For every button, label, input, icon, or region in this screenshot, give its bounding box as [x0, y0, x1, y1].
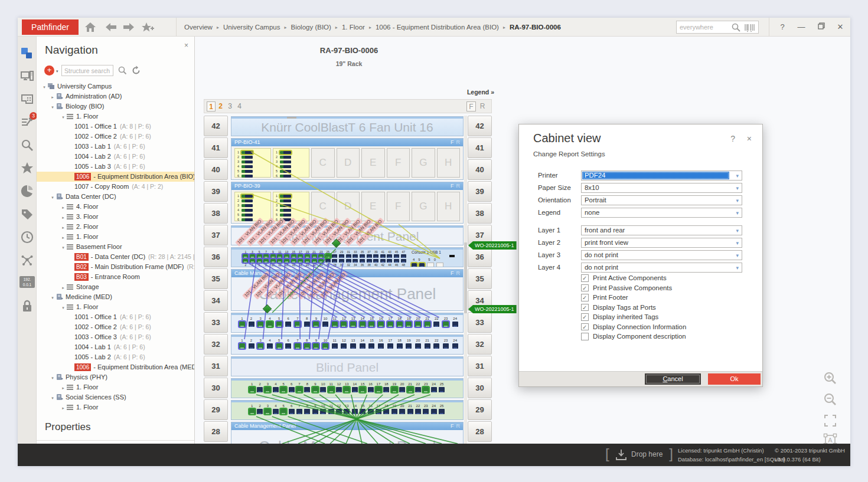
rack-panel-gpanel-u29[interactable]: 1234567891011121314151617181920212223242…	[231, 400, 464, 420]
switch-port-19[interactable]	[305, 254, 310, 258]
patch-port-24[interactable]	[431, 387, 437, 392]
patch-port-15[interactable]	[368, 343, 374, 349]
breadcrumb-item[interactable]: Biology (BIO)	[291, 24, 331, 31]
switch-port-21[interactable]	[312, 254, 317, 258]
patch-port-5[interactable]	[280, 387, 286, 392]
sidebar-item-tags[interactable]	[20, 207, 34, 221]
patch-port-12[interactable]	[336, 409, 342, 414]
add-node-caret-icon[interactable]: ▾	[56, 69, 58, 74]
breadcrumb-item[interactable]: University Campus	[223, 24, 280, 31]
select-legend[interactable]: none▾	[581, 208, 742, 218]
sidebar-item-history[interactable]	[20, 230, 34, 244]
module-port[interactable]	[280, 214, 291, 217]
module-port[interactable]	[280, 156, 291, 159]
rack-panel-gpanel-u30[interactable]: 1234567891011121314151617181920212223242…	[231, 378, 464, 398]
switch-port-20[interactable]	[305, 259, 310, 263]
patch-port-14[interactable]	[352, 387, 358, 392]
sidebar-item-reports[interactable]	[20, 184, 34, 198]
home-icon[interactable]	[84, 21, 97, 33]
tree-item[interactable]: 1004 - Lab 2(A: 6 | P: 6)	[37, 152, 195, 162]
sidebar-item-workstation[interactable]	[20, 69, 34, 83]
barcode-icon[interactable]	[744, 22, 756, 32]
patch-port-20[interactable]	[415, 343, 421, 349]
tree-item[interactable]: B02- Main Distribution Frame (MDF)(R:	[37, 262, 195, 272]
expander-open-icon[interactable]: ▾	[50, 192, 56, 202]
tree-item[interactable]: 1005 - Lab 3(A: 6 | P: 6)	[37, 162, 195, 172]
patch-port-25[interactable]	[439, 387, 445, 392]
rack-panel-fan-u42[interactable]: Knürr CoolBlastT 6 Fan Unit 16	[231, 116, 464, 136]
patch-port-12[interactable]	[336, 387, 342, 392]
view-tab-F[interactable]: F	[466, 101, 476, 112]
tree-item[interactable]: 1006- Equipment Distribution Area (BIO)	[37, 172, 195, 182]
layer-tab-1[interactable]: 1	[207, 101, 216, 112]
structure-search-icon[interactable]	[118, 65, 128, 76]
panel-slot-C[interactable]: C	[311, 148, 335, 178]
module-port[interactable]	[280, 160, 291, 163]
patch-port-10[interactable]	[322, 343, 328, 349]
rack-panel-cmp2-u28[interactable]: Cable Management PanelFRCable Management…	[231, 422, 464, 444]
panel-slot-G[interactable]: G	[412, 148, 435, 178]
tree-item[interactable]: 1004 - Lab 1(A: 6 | P: 6)	[37, 342, 195, 352]
switch-port-29[interactable]	[339, 254, 344, 258]
switch-port-41[interactable]	[380, 254, 386, 258]
patch-port-24[interactable]	[452, 322, 458, 327]
patch-port-1[interactable]	[249, 409, 255, 414]
module-port[interactable]	[242, 160, 253, 163]
patch-port-7[interactable]	[296, 387, 302, 392]
patch-port-16[interactable]	[378, 322, 384, 327]
expander-closed-icon[interactable]: ▸	[50, 92, 56, 101]
patch-port-7[interactable]	[296, 409, 302, 414]
switch-port-46[interactable]	[394, 259, 399, 263]
minimize-button[interactable]: —	[794, 22, 809, 32]
rack-panel-patch-u33[interactable]: 123456789101112131415161718192021222324	[231, 313, 464, 333]
layer-tab-2[interactable]: 2	[216, 101, 225, 112]
tree-item[interactable]: ▾Data Center (DC)	[37, 192, 195, 202]
sidebar-item-floorplan[interactable]	[20, 92, 34, 106]
drop-here-zone[interactable]: [ Drop here ]	[605, 447, 673, 463]
panel-slot-E[interactable]: E	[361, 148, 385, 178]
patch-port-6[interactable]	[289, 387, 295, 392]
rack-panel-switch-u36[interactable]: 1234567891011121314151617181920212223242…	[231, 247, 464, 267]
patch-port-14[interactable]	[360, 322, 366, 327]
patch-port-6[interactable]	[285, 322, 291, 327]
expander-open-icon[interactable]: ▾	[50, 373, 56, 382]
patch-port-4[interactable]	[273, 387, 279, 392]
patch-port-9[interactable]	[312, 409, 318, 414]
breadcrumb-item[interactable]: Overview	[184, 24, 213, 31]
add-node-button[interactable]: +	[44, 65, 54, 76]
module-port[interactable]	[242, 175, 253, 178]
tree-item[interactable]: ▸Storage	[37, 282, 195, 292]
close-button[interactable]: ✕	[833, 22, 848, 32]
view-tab-R[interactable]: R	[478, 101, 487, 112]
module-port[interactable]	[242, 151, 253, 154]
sidebar-item-favorites[interactable]	[20, 161, 34, 175]
switch-port-7[interactable]	[263, 254, 269, 258]
tree-item[interactable]: 1001 - Office 1(A: 6 | P: 6)	[37, 312, 195, 322]
patch-port-17[interactable]	[376, 409, 381, 414]
patch-port-18[interactable]	[397, 322, 403, 327]
patch-port-18[interactable]	[383, 409, 389, 414]
workorder-tag-1[interactable]: WO-20221005-1	[468, 241, 517, 250]
search-icon[interactable]	[731, 22, 742, 32]
switch-port-38[interactable]	[367, 259, 372, 263]
patch-port-12[interactable]	[341, 343, 347, 349]
patch-port-16[interactable]	[368, 409, 374, 414]
module-port[interactable]	[280, 170, 291, 173]
checkbox-box[interactable]: ✓	[581, 284, 589, 292]
patch-port-21[interactable]	[407, 409, 413, 414]
patch-port-24[interactable]	[431, 409, 437, 414]
label-select-icon[interactable]: A	[823, 432, 838, 444]
switch-port-25[interactable]	[325, 254, 331, 258]
switch-port-10[interactable]	[270, 259, 276, 263]
patch-port-15[interactable]	[360, 409, 366, 414]
patch-port-7[interactable]	[295, 322, 301, 327]
select-layer-4[interactable]: do not print▾	[581, 263, 742, 273]
tree-item[interactable]: ▾Medicine (MED)	[37, 292, 195, 302]
rack-panel-patch-u32[interactable]: 123456789101112131415161718192021222324	[231, 335, 464, 355]
patch-port-1[interactable]	[239, 322, 245, 327]
expander-open-icon[interactable]: ▾	[41, 82, 47, 91]
tree-item[interactable]: 1002 - Office 2(A: 6 | P: 6)	[37, 132, 195, 142]
search-input[interactable]	[680, 22, 734, 32]
patch-port-9[interactable]	[313, 343, 319, 349]
module-port[interactable]	[242, 204, 253, 207]
